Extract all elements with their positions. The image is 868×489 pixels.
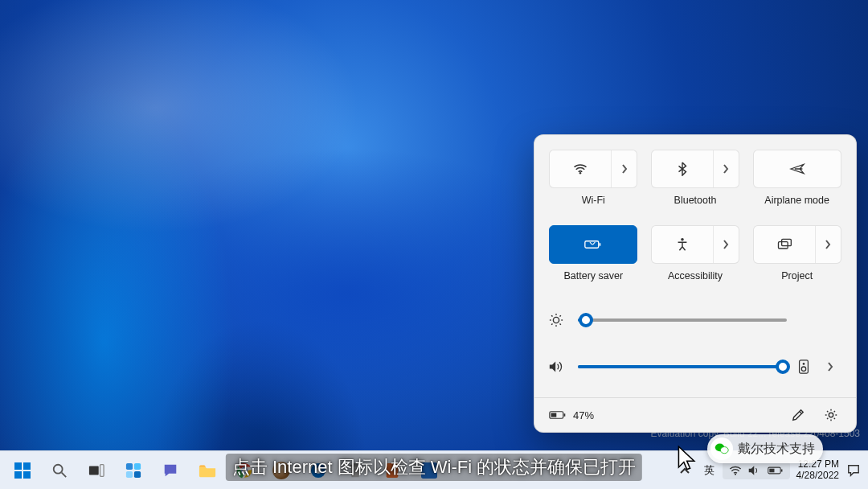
wifi-icon xyxy=(573,163,588,175)
airplane-tile: Airplane mode xyxy=(752,150,841,217)
svg-point-26 xyxy=(54,464,63,473)
svg-rect-5 xyxy=(781,239,791,245)
network-volume-battery-button[interactable] xyxy=(723,462,790,479)
ime-indicator[interactable]: 英 xyxy=(698,460,721,481)
quick-settings-footer: 47% xyxy=(534,397,856,432)
bluetooth-label: Bluetooth xyxy=(674,195,717,206)
svg-rect-45 xyxy=(781,469,783,471)
chevron-right-icon xyxy=(827,362,833,372)
svg-rect-25 xyxy=(23,471,31,479)
svg-rect-20 xyxy=(551,413,557,417)
svg-rect-2 xyxy=(600,243,601,245)
svg-point-48 xyxy=(720,447,728,454)
svg-line-13 xyxy=(560,315,561,316)
battery-saver-label: Battery saver xyxy=(564,270,624,281)
speaker-device-icon xyxy=(798,360,809,374)
battery-percent: 47% xyxy=(573,409,594,421)
project-button[interactable] xyxy=(753,225,841,264)
edit-quick-settings-button[interactable] xyxy=(792,409,809,421)
search-icon xyxy=(51,462,68,479)
svg-rect-29 xyxy=(100,464,104,476)
task-view-icon xyxy=(88,463,104,478)
pencil-icon xyxy=(792,409,805,421)
project-label: Project xyxy=(781,270,813,281)
accessibility-expand-button[interactable] xyxy=(713,226,739,263)
widgets-button[interactable] xyxy=(117,454,149,487)
task-view-button[interactable] xyxy=(80,454,113,487)
airplane-label: Airplane mode xyxy=(764,195,829,206)
airplane-icon xyxy=(789,162,805,175)
clock-date: 4/28/2022 xyxy=(796,471,839,481)
svg-point-3 xyxy=(681,238,684,241)
search-button[interactable] xyxy=(43,454,76,487)
svg-rect-31 xyxy=(134,462,141,469)
notifications-button[interactable] xyxy=(845,461,862,480)
svg-rect-28 xyxy=(89,466,99,475)
notification-icon xyxy=(847,464,860,477)
folder-icon xyxy=(199,463,216,478)
chevron-right-icon xyxy=(723,240,729,249)
bluetooth-expand-button[interactable] xyxy=(713,150,739,187)
project-icon xyxy=(776,238,792,251)
wifi-expand-button[interactable] xyxy=(611,150,637,187)
volume-icon xyxy=(748,465,761,476)
battery-icon xyxy=(549,409,567,421)
windows-icon xyxy=(14,462,31,479)
project-tile: Project xyxy=(752,225,841,293)
wifi-label: Wi-Fi xyxy=(582,195,605,206)
quick-actions-grid: Wi-Fi Bluetooth Airplane mode xyxy=(549,150,841,293)
airplane-button[interactable] xyxy=(753,150,841,188)
chevron-right-icon xyxy=(723,164,729,174)
battery-status[interactable]: 47% xyxy=(549,409,594,421)
project-expand-button[interactable] xyxy=(815,226,841,263)
chat-button[interactable] xyxy=(154,454,186,487)
chat-icon xyxy=(162,462,178,479)
widgets-icon xyxy=(125,462,141,479)
svg-point-43 xyxy=(735,473,736,475)
brightness-icon xyxy=(549,313,567,327)
bluetooth-icon xyxy=(678,162,687,176)
svg-rect-30 xyxy=(126,462,133,469)
wechat-icon xyxy=(710,438,733,460)
battery-saver-tile: Battery saver xyxy=(549,225,638,293)
svg-line-14 xyxy=(551,324,552,325)
brightness-slider-row xyxy=(549,301,841,339)
audio-output-button[interactable] xyxy=(798,360,816,374)
svg-point-6 xyxy=(553,317,559,323)
volume-slider-row xyxy=(549,347,841,386)
battery-saver-button[interactable] xyxy=(549,225,637,264)
accessibility-button[interactable] xyxy=(651,225,739,264)
gear-icon xyxy=(824,408,838,422)
channel-watermark: 戴尔技术支持 xyxy=(707,434,823,463)
accessibility-label: Accessibility xyxy=(668,270,723,281)
wifi-tile: Wi-Fi xyxy=(549,150,638,217)
video-subtitle: 点击 Internet 图标以检查 Wi-Fi 的状态并确保已打开 xyxy=(226,454,642,481)
chevron-right-icon xyxy=(621,164,628,174)
svg-rect-46 xyxy=(769,468,774,472)
volume-icon xyxy=(549,360,567,373)
svg-point-21 xyxy=(829,413,833,417)
mouse-cursor xyxy=(677,446,699,475)
settings-button[interactable] xyxy=(824,408,841,422)
brightness-slider[interactable] xyxy=(578,318,787,322)
accessibility-icon xyxy=(676,237,689,252)
svg-point-16 xyxy=(803,363,805,365)
svg-point-0 xyxy=(579,172,581,174)
explorer-button[interactable] xyxy=(191,454,223,487)
svg-rect-33 xyxy=(134,471,141,477)
wifi-icon xyxy=(729,466,742,475)
desktop[interactable]: Evaluation copy. Build 22... release.220… xyxy=(0,0,868,489)
channel-name: 戴尔技术支持 xyxy=(738,441,815,458)
svg-rect-22 xyxy=(14,462,22,470)
svg-line-12 xyxy=(560,324,561,325)
volume-slider[interactable] xyxy=(578,365,787,368)
chevron-right-icon xyxy=(825,240,831,249)
bluetooth-tile: Bluetooth xyxy=(651,150,740,217)
svg-point-17 xyxy=(801,367,805,371)
quick-settings-panel: Wi-Fi Bluetooth Airplane mode xyxy=(534,134,857,433)
volume-expand-button[interactable] xyxy=(827,362,841,372)
wifi-button[interactable] xyxy=(549,150,637,188)
svg-rect-23 xyxy=(23,462,31,470)
bluetooth-button[interactable] xyxy=(651,150,739,188)
start-button[interactable] xyxy=(6,454,39,487)
